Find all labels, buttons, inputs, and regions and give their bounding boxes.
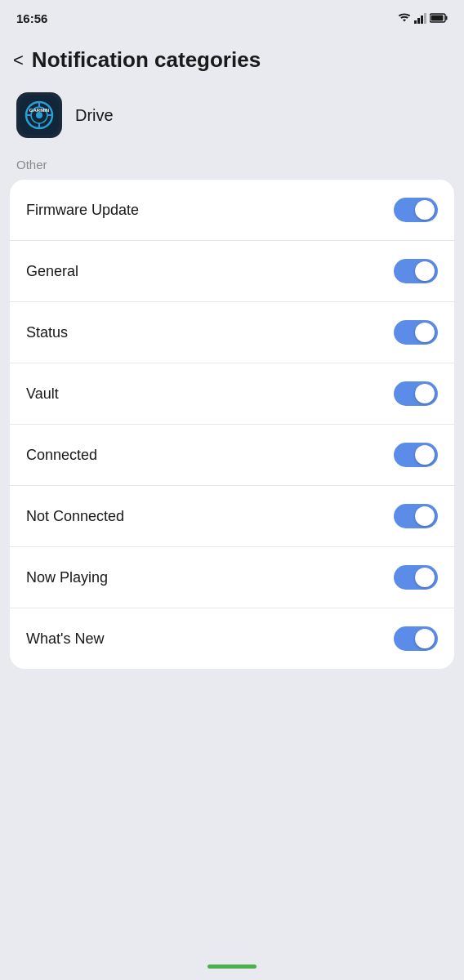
app-name-label: Drive [75,106,114,125]
toggle-not-connected[interactable] [394,504,438,528]
toggle-connected[interactable] [394,443,438,467]
setting-row-not-connected: Not Connected [10,486,454,547]
section-label: Other [0,154,464,180]
svg-rect-5 [446,16,448,20]
page-header: < Notification categories [0,33,464,84]
setting-label-now-playing: Now Playing [26,569,108,586]
back-button[interactable]: < [13,51,24,69]
setting-label-status: Status [26,324,68,341]
setting-label-not-connected: Not Connected [26,508,124,525]
setting-row-now-playing: Now Playing [10,547,454,608]
battery-icon [430,12,448,24]
page-title: Notification categories [32,47,261,73]
setting-label-vault: Vault [26,385,59,403]
setting-row-connected: Connected [10,425,454,486]
svg-rect-1 [417,18,420,24]
toggle-vault[interactable] [394,381,438,406]
app-info: GARMIN Drive [0,84,464,154]
setting-row-vault: Vault [10,363,454,425]
settings-card: Firmware Update General Status Vault [10,180,454,669]
setting-row-whats-new: What's New [10,608,454,669]
wifi-icon [397,12,412,24]
svg-rect-2 [421,16,423,24]
garmin-logo: GARMIN [20,96,59,135]
toggle-status[interactable] [394,320,438,345]
toggle-whats-new[interactable] [394,626,438,651]
svg-rect-0 [414,20,417,24]
svg-rect-3 [424,13,426,24]
svg-text:GARMIN: GARMIN [29,108,49,113]
status-bar: 16:56 [0,0,464,33]
setting-label-whats-new: What's New [26,630,104,648]
home-indicator [207,964,257,969]
svg-point-10 [36,112,42,118]
signal-icon [414,12,427,24]
toggle-firmware-update[interactable] [394,198,438,222]
app-icon: GARMIN [16,92,62,138]
status-right-icons [397,12,448,24]
setting-row-general: General [10,241,454,302]
toggle-now-playing[interactable] [394,565,438,590]
toggle-general[interactable] [394,259,438,283]
setting-label-connected: Connected [26,447,97,464]
status-time: 16:56 [16,11,47,25]
setting-label-firmware-update: Firmware Update [26,202,139,219]
setting-label-general: General [26,263,78,280]
setting-row-status: Status [10,302,454,363]
svg-rect-6 [431,16,444,21]
setting-row-firmware-update: Firmware Update [10,180,454,241]
